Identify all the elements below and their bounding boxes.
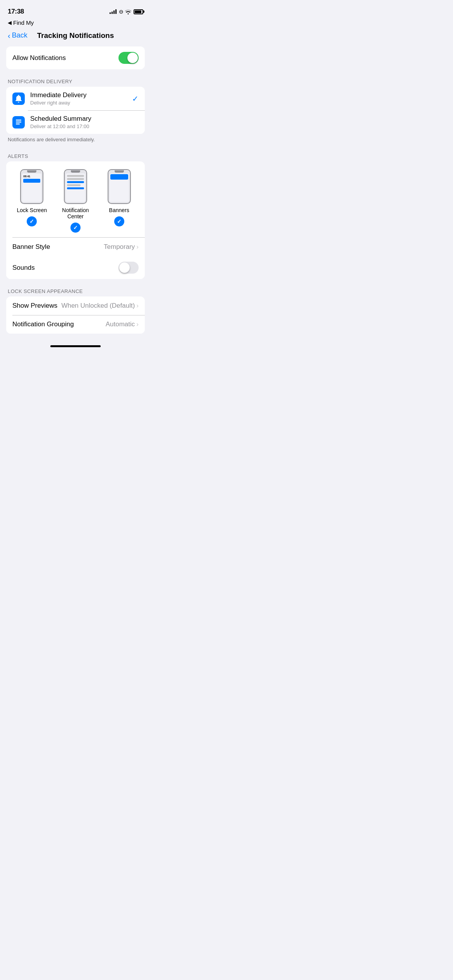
- svg-rect-2: [16, 123, 20, 125]
- notification-grouping-row[interactable]: Notification Grouping Automatic ›: [6, 315, 145, 334]
- svg-rect-1: [16, 122, 21, 123]
- lock-time: 09:41: [23, 175, 30, 178]
- lock-screen-mockup: 09:41: [20, 169, 43, 204]
- notification-grouping-label: Notification Grouping: [12, 320, 74, 328]
- banner-style-chevron-icon: ›: [136, 243, 139, 251]
- nc-line-blue-2: [67, 187, 84, 189]
- lock-screen-check: ✓: [27, 216, 37, 226]
- home-indicator: [0, 341, 151, 350]
- banners-check: ✓: [114, 216, 124, 226]
- banners-label: Banners: [109, 207, 129, 213]
- nc-line-blue: [67, 181, 84, 183]
- banners-display: [110, 173, 129, 202]
- phone-notch: [27, 170, 36, 173]
- wifi-icon: ⊖: [119, 9, 131, 15]
- notification-center-check: ✓: [70, 223, 81, 233]
- scheduled-summary-subtitle: Deliver at 12:00 and 17:00: [30, 123, 139, 129]
- alerts-section-label: ALERTS: [0, 150, 151, 161]
- notification-center-display: [66, 173, 85, 202]
- banner-style-value-container: Temporary ›: [104, 243, 139, 251]
- alert-icons-row: 09:41 Lock Screen ✓: [6, 161, 145, 237]
- status-icons: ⊖: [110, 9, 143, 15]
- notification-center-label: Notification Center: [58, 207, 93, 219]
- notification-center-mockup: [64, 169, 87, 204]
- notification-center-option[interactable]: Notification Center ✓: [58, 169, 93, 233]
- lock-notification-bar: [23, 179, 40, 183]
- banner-style-value: Temporary: [104, 243, 135, 251]
- show-previews-label: Show Previews: [12, 302, 57, 310]
- alerts-section: ALERTS 09:41 Lock Screen ✓: [0, 150, 151, 279]
- immediate-checkmark-icon: ✓: [132, 94, 139, 103]
- banners-mockup: [108, 169, 131, 204]
- page-title: Tracking Notifications: [37, 31, 114, 40]
- lock-screen-appearance-section: LOCK SCREEN APPEARANCE Show Previews Whe…: [0, 285, 151, 334]
- alerts-card: 09:41 Lock Screen ✓: [6, 161, 145, 279]
- banner-style-label: Banner Style: [12, 243, 50, 251]
- nc-line-1: [67, 175, 84, 177]
- immediate-delivery-title: Immediate Delivery: [30, 91, 127, 99]
- show-previews-value: When Unlocked (Default): [61, 302, 135, 310]
- svg-rect-0: [16, 120, 21, 121]
- find-my-label: Find My: [13, 19, 34, 26]
- lock-screen-display: 09:41: [22, 173, 41, 202]
- banners-option[interactable]: Banners ✓: [102, 169, 137, 233]
- notification-delivery-footer: Notifications are delivered immediately.: [0, 134, 151, 150]
- immediate-delivery-row[interactable]: Immediate Delivery Deliver right away ✓: [6, 87, 145, 110]
- sounds-toggle[interactable]: [118, 262, 139, 274]
- signal-icon: [110, 9, 117, 14]
- banner-bar: [110, 174, 128, 180]
- show-previews-value-container: When Unlocked (Default) ›: [61, 302, 139, 310]
- notification-delivery-section: NOTIFICATION DELIVERY Immediate Delivery…: [0, 75, 151, 150]
- phone-notch-nc: [71, 170, 80, 173]
- back-label: Back: [12, 31, 27, 39]
- scheduled-summary-text: Scheduled Summary Deliver at 12:00 and 1…: [30, 115, 139, 129]
- allow-notifications-row[interactable]: Allow Notifications: [6, 46, 145, 69]
- scheduled-summary-title: Scheduled Summary: [30, 115, 139, 123]
- banner-style-row[interactable]: Banner Style Temporary ›: [6, 238, 145, 256]
- allow-notifications-label: Allow Notifications: [12, 54, 66, 62]
- status-time: 17:38: [8, 8, 24, 15]
- bell-icon: [12, 93, 25, 105]
- notification-delivery-label: NOTIFICATION DELIVERY: [0, 75, 151, 87]
- list-icon: [12, 116, 25, 128]
- show-previews-chevron-icon: ›: [136, 302, 139, 310]
- lock-screen-label: Lock Screen: [17, 207, 47, 213]
- battery-icon: [134, 9, 143, 14]
- sounds-label: Sounds: [12, 264, 35, 272]
- sounds-toggle-knob: [119, 262, 130, 273]
- home-bar: [50, 345, 101, 347]
- lock-screen-option[interactable]: 09:41 Lock Screen ✓: [14, 169, 49, 233]
- back-chevron-icon: ‹: [8, 32, 10, 39]
- immediate-delivery-subtitle: Deliver right away: [30, 100, 127, 106]
- phone-notch-banners: [115, 170, 124, 173]
- sounds-row[interactable]: Sounds: [6, 256, 145, 279]
- allow-notifications-toggle[interactable]: [118, 52, 139, 64]
- lock-screen-appearance-label: LOCK SCREEN APPEARANCE: [0, 285, 151, 296]
- notification-grouping-value: Automatic: [106, 320, 135, 328]
- find-my-row: ◀ Find My: [0, 19, 151, 27]
- notification-delivery-card: Immediate Delivery Deliver right away ✓ …: [6, 87, 145, 134]
- header: ‹ Back Tracking Notifications: [0, 27, 151, 46]
- immediate-delivery-text: Immediate Delivery Deliver right away: [30, 91, 127, 106]
- nc-line-3: [67, 184, 81, 186]
- toggle-knob: [127, 53, 138, 63]
- nc-line-2: [67, 178, 84, 180]
- find-my-arrow: ◀: [8, 20, 12, 26]
- allow-notifications-card: Allow Notifications: [6, 46, 145, 69]
- notification-grouping-value-container: Automatic ›: [106, 320, 139, 328]
- scheduled-summary-row[interactable]: Scheduled Summary Deliver at 12:00 and 1…: [6, 110, 145, 134]
- show-previews-row[interactable]: Show Previews When Unlocked (Default) ›: [6, 296, 145, 315]
- back-button[interactable]: ‹ Back: [8, 31, 27, 39]
- notification-grouping-chevron-icon: ›: [136, 320, 139, 328]
- lock-screen-appearance-card: Show Previews When Unlocked (Default) › …: [6, 296, 145, 334]
- status-bar: 17:38 ⊖: [0, 0, 151, 19]
